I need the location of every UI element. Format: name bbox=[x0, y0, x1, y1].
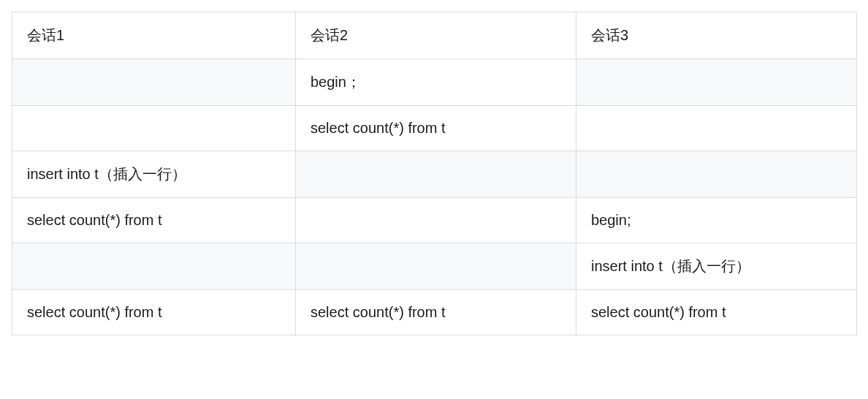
table-row: insert into t（插入一行） bbox=[12, 151, 857, 198]
table-row: insert into t（插入一行） bbox=[12, 243, 857, 290]
table-cell: begin; bbox=[576, 198, 857, 243]
table-row: select count(*) from t begin; bbox=[12, 198, 857, 243]
table-cell: select count(*) from t bbox=[296, 290, 576, 335]
table-header-cell: 会话2 bbox=[296, 12, 576, 59]
table-row: begin； bbox=[12, 59, 857, 106]
table-header-cell: 会话3 bbox=[576, 12, 857, 59]
table-cell: begin； bbox=[296, 59, 576, 106]
table-cell: select count(*) from t bbox=[12, 198, 296, 243]
table-cell: select count(*) from t bbox=[576, 290, 857, 335]
table-cell: select count(*) from t bbox=[12, 290, 296, 335]
table-cell bbox=[12, 59, 296, 106]
table-cell: insert into t（插入一行） bbox=[12, 151, 296, 198]
table-row: select count(*) from t select count(*) f… bbox=[12, 290, 857, 335]
table-header-row: 会话1 会话2 会话3 bbox=[12, 12, 857, 59]
table-cell bbox=[12, 106, 296, 151]
table-cell bbox=[576, 106, 857, 151]
table-cell bbox=[12, 243, 296, 290]
table-cell bbox=[576, 59, 857, 106]
table-row: select count(*) from t bbox=[12, 106, 857, 151]
table-cell bbox=[296, 198, 576, 243]
table-header-cell: 会话1 bbox=[12, 12, 296, 59]
sessions-table: 会话1 会话2 会话3 begin； select count(*) from … bbox=[12, 12, 857, 335]
table-cell bbox=[576, 151, 857, 198]
table-body: begin； select count(*) from t insert int… bbox=[12, 59, 857, 335]
table-cell: insert into t（插入一行） bbox=[576, 243, 857, 290]
table-cell: select count(*) from t bbox=[296, 106, 576, 151]
table-cell bbox=[296, 243, 576, 290]
table-cell bbox=[296, 151, 576, 198]
